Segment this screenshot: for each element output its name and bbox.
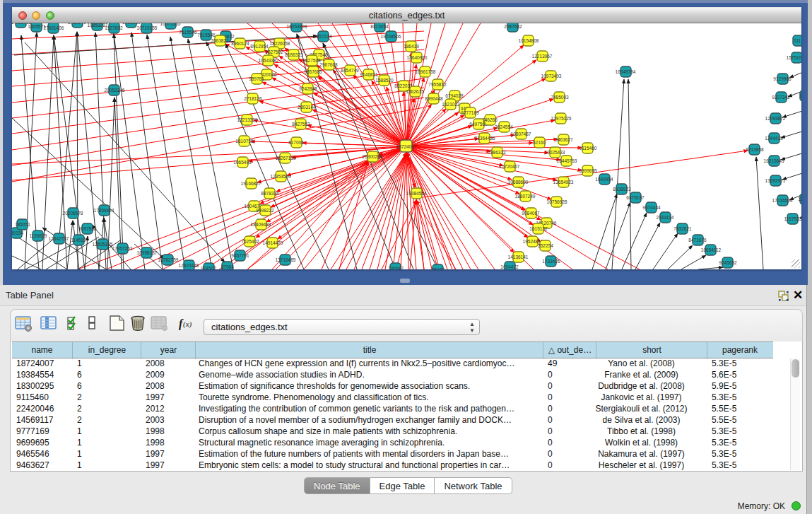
svg-text:2718126: 2718126	[244, 96, 262, 101]
svg-text:10756928: 10756928	[547, 199, 567, 204]
svg-text:8990448: 8990448	[425, 96, 443, 101]
svg-text:12975125: 12975125	[551, 116, 572, 121]
svg-text:7986322: 7986322	[488, 150, 506, 155]
svg-text:9146821: 9146821	[360, 72, 378, 77]
svg-text:10973493: 10973493	[541, 74, 562, 78]
svg-text:185051: 185051	[15, 222, 30, 227]
svg-text:9084067: 9084067	[522, 211, 540, 216]
svg-text:1588520: 1588520	[375, 78, 394, 83]
svg-text:10543382: 10543382	[259, 58, 279, 63]
svg-text:924502: 924502	[201, 266, 216, 269]
svg-text:8427552: 8427552	[292, 122, 310, 127]
svg-text:817006: 817006	[288, 140, 304, 145]
svg-text:12505135: 12505135	[93, 242, 113, 247]
svg-text:989761: 989761	[249, 76, 264, 81]
svg-text:9129966: 9129966	[773, 76, 792, 81]
svg-text:21364436: 21364436	[475, 136, 495, 141]
svg-text:1117: 1117	[794, 38, 801, 43]
svg-text:6966160: 6966160	[122, 23, 141, 25]
svg-text:7632621: 7632621	[673, 226, 692, 231]
svg-text:9463627: 9463627	[555, 137, 573, 142]
svg-text:10154808: 10154808	[519, 38, 539, 43]
svg-text:27691406: 27691406	[44, 25, 64, 30]
svg-text:1156829: 1156829	[30, 233, 47, 238]
svg-text:8878334: 8878334	[261, 191, 279, 196]
svg-text:10671355: 10671355	[160, 23, 181, 26]
svg-text:1640954: 1640954	[595, 177, 613, 182]
svg-text:1733426: 1733426	[542, 259, 560, 264]
svg-text:10654112: 10654112	[701, 247, 722, 252]
svg-text:9242848: 9242848	[299, 86, 317, 91]
svg-text:8813054: 8813054	[370, 24, 389, 29]
svg-text:18724007: 18724007	[396, 144, 417, 149]
svg-text:19166827: 19166827	[241, 181, 261, 186]
svg-text:16210643: 16210643	[764, 158, 784, 163]
svg-text:19384554: 19384554	[406, 191, 427, 196]
svg-text:12923446: 12923446	[179, 263, 199, 268]
svg-text:9457791: 9457791	[231, 253, 249, 258]
svg-text:2803144: 2803144	[298, 105, 316, 110]
svg-text:1362615: 1362615	[406, 89, 424, 94]
svg-text:1167533: 1167533	[784, 216, 801, 221]
svg-text:18226058: 18226058	[270, 41, 290, 46]
svg-text:252254: 252254	[538, 243, 553, 248]
svg-text:7663822: 7663822	[211, 38, 229, 43]
svg-text:1065493: 1065493	[233, 160, 252, 165]
svg-text:19248506: 19248506	[381, 34, 401, 39]
svg-text:39154: 39154	[12, 230, 23, 235]
svg-text:1527602: 1527602	[105, 25, 123, 30]
svg-text:8471676: 8471676	[688, 238, 707, 243]
svg-text:18267130: 18267130	[276, 156, 296, 160]
svg-text:12213369: 12213369	[237, 117, 258, 122]
svg-text:13692971: 13692971	[765, 178, 786, 183]
svg-text:7515546: 7515546	[197, 33, 216, 37]
svg-text:14136141: 14136141	[508, 255, 529, 259]
svg-text:9097588: 9097588	[78, 226, 97, 231]
svg-text:9827502: 9827502	[265, 49, 283, 54]
svg-text:1615132: 1615132	[529, 226, 548, 231]
svg-text:13716485: 13716485	[276, 257, 296, 262]
svg-text:17957253: 17957253	[112, 246, 133, 251]
svg-text:12744: 12744	[799, 93, 801, 98]
svg-text:7515546: 7515546	[179, 30, 197, 35]
svg-text:18640910: 18640910	[407, 55, 428, 60]
svg-text:12093872: 12093872	[765, 116, 786, 121]
svg-text:9227342: 9227342	[772, 95, 790, 100]
svg-text:16548784: 16548784	[616, 69, 636, 74]
svg-text:9674444: 9674444	[642, 205, 661, 210]
svg-text:8213958: 8213958	[746, 147, 764, 152]
svg-text:15720407: 15720407	[500, 164, 520, 169]
svg-text:10025433: 10025433	[545, 150, 565, 155]
svg-text:8960124: 8960124	[231, 41, 249, 46]
svg-text:16445793: 16445793	[557, 158, 577, 163]
svg-text:17016504: 17016504	[772, 198, 793, 203]
svg-text:2933114: 2933114	[657, 215, 674, 220]
svg-text:106642: 106642	[388, 266, 404, 269]
svg-text:7857224: 7857224	[314, 34, 332, 39]
svg-text:20053346: 20053346	[105, 88, 125, 93]
svg-text:6879197: 6879197	[626, 195, 645, 200]
svg-text:2769140: 2769140	[68, 23, 86, 25]
svg-text:62160: 62160	[533, 140, 546, 145]
svg-text:18807249: 18807249	[515, 194, 536, 199]
svg-text:8938923: 8938923	[613, 187, 631, 192]
svg-text:1244415: 1244415	[765, 136, 783, 141]
svg-text:10807487: 10807487	[511, 132, 531, 136]
svg-text:9827508: 9827508	[302, 58, 321, 63]
svg-text:16053809: 16053809	[287, 24, 307, 29]
svg-text:6794028: 6794028	[445, 93, 464, 98]
svg-text:9115460: 9115460	[579, 146, 597, 151]
svg-text:15751074: 15751074	[787, 55, 801, 60]
svg-text:87064: 87064	[221, 264, 234, 269]
svg-text:114519: 114519	[71, 238, 86, 243]
svg-text:8912954: 8912954	[250, 44, 269, 49]
svg-text:10688609: 10688609	[508, 180, 529, 185]
svg-text:2967608: 2967608	[319, 62, 338, 67]
svg-text:120465: 120465	[798, 197, 801, 201]
svg-text:12342737: 12342737	[49, 236, 69, 241]
svg-text:9857685: 9857685	[304, 69, 322, 74]
svg-text:3624554: 3624554	[495, 124, 513, 129]
svg-text:2087682: 2087682	[504, 24, 522, 29]
svg-text:7625402: 7625402	[241, 239, 259, 244]
svg-text:14914479: 14914479	[263, 240, 283, 245]
